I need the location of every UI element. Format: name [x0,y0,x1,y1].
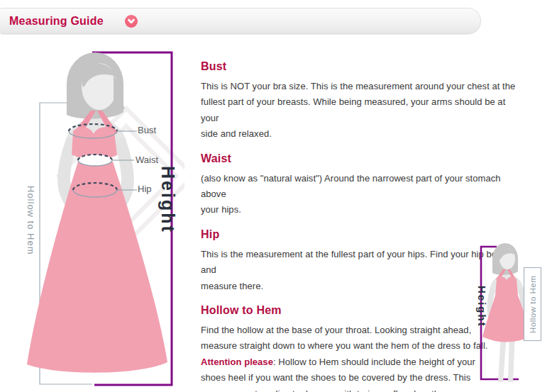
attention-please-label: Attention please [201,357,273,367]
bust-heading: Bust [201,60,517,74]
waist-description: (also know as "natural waist") Around th… [201,171,517,218]
hollow-to-hem-text-before: Find the hollow at the base of your thro… [201,325,488,351]
hollow-to-hem-vertical-label: Hollow to Hem [24,162,36,279]
measuring-diagram-small: Hollow to Hem Height [470,236,551,392]
hip-description: This is the measurement at the fullest p… [201,247,517,294]
measuring-guide-header[interactable]: Measuring Guide [0,8,481,34]
chevron-down-icon[interactable] [125,15,138,28]
section-hollow-to-hem: Hollow to Hem Find the hollow at the bas… [201,303,517,392]
height-vertical-label-small: Height [475,277,488,335]
waist-callout-label: Waist [136,155,158,165]
height-vertical-label: Height [159,157,178,242]
waist-heading: Waist [201,152,517,166]
section-bust: Bust This is NOT your bra size. This is … [201,60,517,142]
measuring-diagram-large: Bust Waist Hip Hollow to Hem Height [20,41,184,392]
hollow-to-hem-heading: Hollow to Hem [201,303,517,318]
hip-callout-label: Hip [138,184,152,194]
section-hip: Hip This is the measurement at the fulle… [201,228,517,294]
hollow-to-hem-description: Find the hollow at the base of your thro… [201,323,517,392]
bust-callout-label: Bust [138,125,156,135]
measuring-instructions: Bust This is NOT your bra size. This is … [201,60,517,392]
bust-description: This is NOT your bra size. This is the m… [201,79,517,142]
chevron-glyph [125,15,138,28]
hip-heading: Hip [201,228,517,242]
hollow-to-hem-vertical-label-small: Hollow to Hem [524,267,541,341]
section-waist: Waist (also know as "natural waist") Aro… [201,152,517,218]
page-title: Measuring Guide [9,15,104,28]
woman-silhouette [27,52,167,373]
